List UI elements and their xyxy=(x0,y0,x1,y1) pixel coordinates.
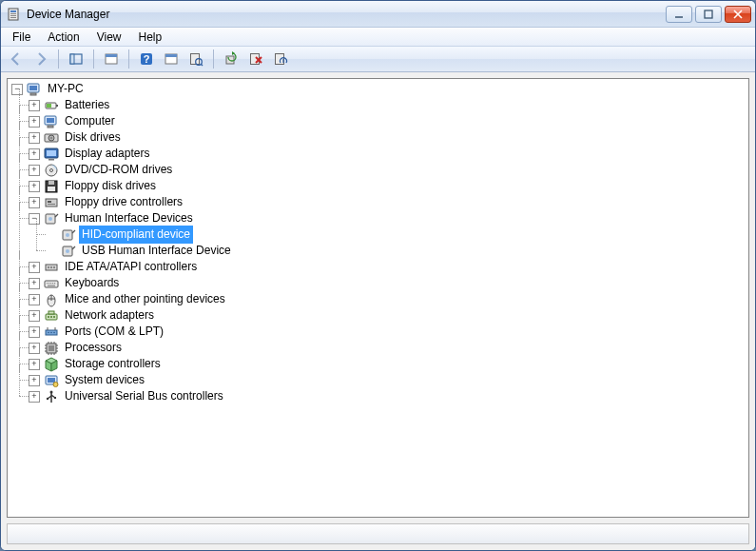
disk-icon xyxy=(44,130,59,146)
expand-icon[interactable]: + xyxy=(29,326,40,338)
collapse-icon[interactable]: − xyxy=(29,213,40,225)
category-network[interactable]: + Network adapters xyxy=(29,307,748,324)
expand-icon[interactable]: + xyxy=(29,278,40,289)
floppy-icon xyxy=(44,179,59,194)
expand-icon[interactable]: + xyxy=(29,100,40,111)
category-floppy-controllers[interactable]: + Floppy drive controllers xyxy=(29,194,748,210)
forward-button[interactable] xyxy=(29,49,52,69)
category-ports[interactable]: + Ports (COM & LPT) xyxy=(29,324,748,340)
hid-icon xyxy=(44,211,59,226)
menu-action[interactable]: Action xyxy=(40,29,87,46)
menu-file[interactable]: File xyxy=(5,29,38,46)
update-driver-button[interactable] xyxy=(220,49,242,69)
help-button[interactable] xyxy=(135,49,158,69)
expand-icon[interactable]: + xyxy=(29,197,40,208)
category-processors[interactable]: + Processors xyxy=(29,340,748,356)
category-hid[interactable]: − Human Interface Devices xyxy=(29,210,748,226)
expand-icon[interactable]: + xyxy=(29,310,40,322)
category-usb-controllers[interactable]: + Universal Serial Bus controllers xyxy=(29,388,748,404)
category-ide[interactable]: + IDE ATA/ATAPI controllers xyxy=(29,259,748,275)
scan-hardware-button[interactable] xyxy=(184,49,207,69)
expand-icon[interactable]: + xyxy=(29,132,40,144)
device-tree[interactable]: − MY-PC + Batteries + Comput xyxy=(7,78,749,518)
category-keyboards[interactable]: + Keyboards xyxy=(29,275,748,291)
computer-icon xyxy=(27,82,42,97)
floppy-controller-icon xyxy=(44,195,59,210)
device-manager-window: Device Manager File Action View Help xyxy=(0,0,756,551)
toolbar xyxy=(1,47,755,72)
content-area: − MY-PC + Batteries + Comput xyxy=(1,72,755,550)
titlebar[interactable]: Device Manager xyxy=(1,1,755,28)
statusbar xyxy=(7,523,749,544)
collapse-icon[interactable]: − xyxy=(11,84,23,95)
storage-icon xyxy=(44,357,59,372)
display-icon xyxy=(44,147,59,162)
category-computer[interactable]: + Computer xyxy=(29,113,748,129)
menu-view[interactable]: View xyxy=(89,29,129,46)
menu-help[interactable]: Help xyxy=(131,29,170,46)
menubar: File Action View Help xyxy=(1,28,755,47)
category-floppy-disk-drives[interactable]: + Floppy disk drives xyxy=(29,178,748,194)
maximize-button[interactable] xyxy=(695,6,722,23)
app-icon xyxy=(7,7,22,22)
tree-root[interactable]: − MY-PC xyxy=(11,81,748,97)
disable-button[interactable] xyxy=(269,49,292,69)
category-system-devices[interactable]: + System devices xyxy=(29,372,748,388)
no-expander xyxy=(46,246,57,257)
computer-icon xyxy=(44,114,59,129)
device-usb-hid[interactable]: USB Human Interface Device xyxy=(46,243,748,259)
expand-icon[interactable]: + xyxy=(29,294,40,305)
usb-icon xyxy=(44,389,59,404)
expand-icon[interactable]: + xyxy=(29,343,40,354)
category-dvd[interactable]: + DVD/CD-ROM drives xyxy=(29,162,748,178)
expand-icon[interactable]: + xyxy=(29,262,40,273)
category-storage-controllers[interactable]: + Storage controllers xyxy=(29,356,748,372)
system-icon xyxy=(44,373,59,388)
expand-icon[interactable]: + xyxy=(29,165,40,176)
svg-rect-75 xyxy=(705,10,712,18)
expand-icon[interactable]: + xyxy=(29,148,40,160)
battery-icon xyxy=(44,98,59,113)
dvd-icon xyxy=(44,163,59,178)
port-icon xyxy=(44,325,59,340)
uninstall-button[interactable] xyxy=(244,49,267,69)
category-mice[interactable]: + Mice and other pointing devices xyxy=(29,291,748,307)
back-button[interactable] xyxy=(5,49,28,69)
category-batteries[interactable]: + Batteries xyxy=(29,97,748,113)
expand-icon[interactable]: + xyxy=(29,375,40,386)
hid-icon xyxy=(61,227,76,243)
category-display-adapters[interactable]: + Display adapters xyxy=(29,146,748,162)
mouse-icon xyxy=(44,292,59,307)
category-disk-drives[interactable]: + Disk drives xyxy=(29,129,748,146)
expand-icon[interactable]: + xyxy=(29,181,40,192)
minimize-button[interactable] xyxy=(666,6,692,23)
cpu-icon xyxy=(44,341,59,356)
toolbar-separator xyxy=(58,49,59,69)
action-properties-button[interactable] xyxy=(160,49,183,69)
no-expander xyxy=(46,229,57,241)
ide-icon xyxy=(44,260,59,275)
category-label[interactable]: Universal Serial Bus controllers xyxy=(62,387,226,405)
expand-icon[interactable]: + xyxy=(29,391,40,403)
device-hid-compliant[interactable]: HID-compliant device xyxy=(46,226,748,243)
network-icon xyxy=(44,308,59,324)
properties-button[interactable] xyxy=(100,49,123,69)
keyboard-icon xyxy=(44,276,59,291)
expand-icon[interactable]: + xyxy=(29,359,40,370)
window-title: Device Manager xyxy=(27,8,666,21)
toolbar-separator xyxy=(213,49,214,69)
toolbar-separator xyxy=(128,49,129,69)
close-button[interactable] xyxy=(725,6,751,23)
show-hide-tree-button[interactable] xyxy=(65,49,87,69)
expand-icon[interactable]: + xyxy=(29,116,40,128)
hid-icon xyxy=(61,244,76,259)
toolbar-separator xyxy=(93,49,94,69)
